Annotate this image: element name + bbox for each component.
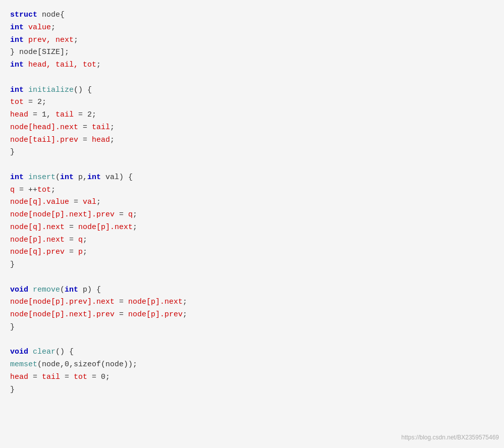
code-line: } xyxy=(10,259,494,271)
code-line: node[node[p].prev].next = node[p].next; xyxy=(10,296,494,309)
code-line: int insert(int p,int val) { xyxy=(10,172,494,184)
code-line: node[head].next = tail; xyxy=(10,122,494,134)
code-line xyxy=(10,72,494,84)
code-line: } xyxy=(10,146,494,159)
code-line: node[q].prev = p; xyxy=(10,246,494,259)
code-line: int value; xyxy=(10,22,494,34)
code-line: int prev, next; xyxy=(10,34,494,47)
code-line: void remove(int p) { xyxy=(10,284,494,297)
code-line: } xyxy=(10,321,494,334)
code-line: memset(node,0,sizeof(node)); xyxy=(10,359,494,371)
code-line: void clear() { xyxy=(10,346,494,359)
code-line: head = 1, tail = 2; xyxy=(10,109,494,122)
code-line: node[p].next = q; xyxy=(10,234,494,247)
watermark: https://blog.csdn.net/BX2359575469 xyxy=(402,433,499,443)
code-line: node[node[p].next].prev = q; xyxy=(10,209,494,221)
code-display: struct node{ int value; int prev, next;}… xyxy=(10,9,494,396)
code-line: node[tail].prev = head; xyxy=(10,134,494,147)
code-line: } xyxy=(10,384,494,397)
code-line: q = ++tot; xyxy=(10,184,494,197)
code-line: struct node{ xyxy=(10,9,494,22)
code-line: node[node[p].next].prev = node[p].prev; xyxy=(10,309,494,321)
code-line xyxy=(10,159,494,172)
code-line: int initialize() { xyxy=(10,84,494,97)
code-line: int head, tail, tot; xyxy=(10,59,494,72)
code-container: struct node{ int value; int prev, next;}… xyxy=(0,0,504,448)
code-line: tot = 2; xyxy=(10,96,494,109)
code-line: node[q].next = node[p].next; xyxy=(10,221,494,234)
code-line xyxy=(10,271,494,284)
code-line: head = tail = tot = 0; xyxy=(10,371,494,384)
code-line xyxy=(10,334,494,347)
code-line: node[q].value = val; xyxy=(10,196,494,209)
code-line: } node[SIZE]; xyxy=(10,46,494,59)
